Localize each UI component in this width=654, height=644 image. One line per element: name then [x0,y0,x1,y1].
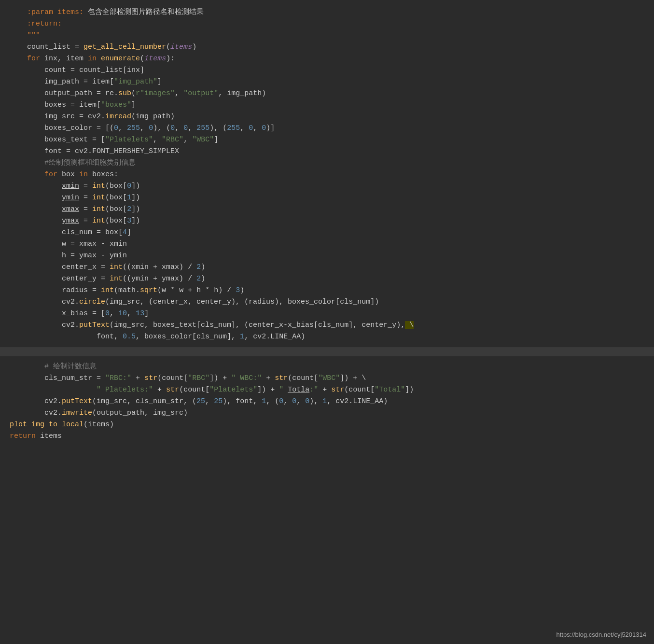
code-block-top: :param items: 包含全部检测图片路径名和检测结果 :return: … [0,5,654,345]
code-container: :param items: 包含全部检测图片路径名和检测结果 :return: … [0,0,654,444]
code-block-bottom: # 绘制计数信息 cls_num_str = "RBC:" + str(coun… [0,359,654,444]
separator [0,348,654,356]
footer-url: https://blog.csdn.net/cyj5201314 [557,630,646,640]
